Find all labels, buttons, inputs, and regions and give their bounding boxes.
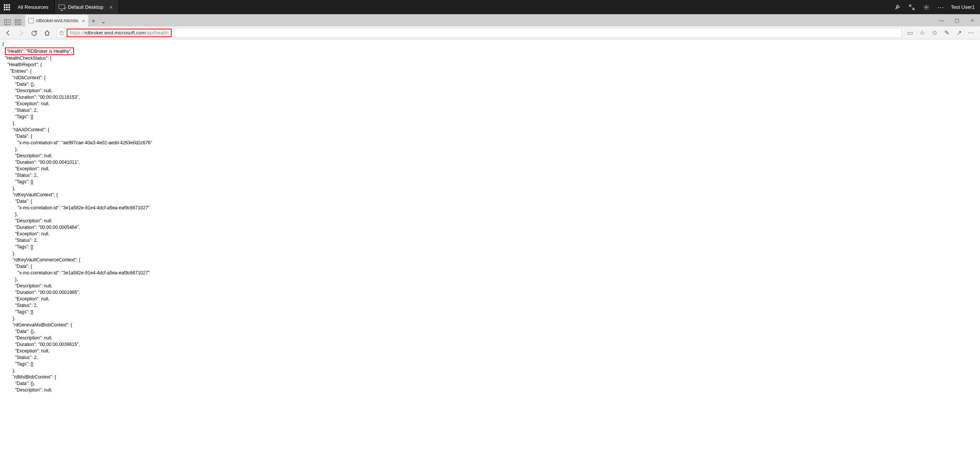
browser-tabstrip: rdbroker.wvd.microsoft. × + ⌄ — ▢ ×: [0, 14, 980, 26]
session-tab[interactable]: ✔ Default Desktop ×: [55, 0, 119, 14]
page-viewport[interactable]: { "Health": "RDBroker is Healthy", "Heal…: [0, 39, 980, 465]
refresh-button[interactable]: [28, 27, 40, 39]
svg-rect-7: [6, 9, 8, 10]
window-controls: — ▢ ×: [934, 14, 980, 26]
window-minimize-button[interactable]: —: [934, 14, 949, 26]
fullscreen-icon[interactable]: [907, 3, 916, 12]
svg-rect-12: [15, 20, 21, 25]
json-after: "HealthCheckStatus": { "HealthReport": {…: [2, 55, 152, 393]
back-button[interactable]: [2, 27, 14, 39]
apps-grid-button[interactable]: [0, 0, 14, 14]
browser-more-button[interactable]: ⋯: [967, 29, 975, 37]
reading-view-button[interactable]: ▭: [906, 29, 914, 37]
lock-icon: [59, 30, 64, 35]
browser-toolbar: https://rdbroker.wvd.microsoft.com/api/h…: [0, 26, 980, 39]
svg-rect-3: [4, 7, 5, 8]
svg-rect-4: [6, 7, 8, 8]
favorites-bar-button[interactable]: ✩: [930, 29, 939, 37]
desktop-ok-icon: ✔: [59, 5, 66, 10]
settings-icon[interactable]: [922, 3, 931, 12]
svg-rect-17: [60, 32, 63, 35]
remote-desktop-titlebar: All Resources ✔ Default Desktop × ⋯ Test…: [0, 0, 980, 14]
favorite-button[interactable]: ☆: [918, 29, 926, 37]
user-label[interactable]: Test User1: [951, 4, 975, 10]
session-tab-label: Default Desktop: [68, 4, 103, 10]
page-favicon-icon: [28, 18, 34, 23]
url-host: rdbroker.wvd.microsoft.com: [85, 30, 146, 36]
json-before: {: [2, 41, 5, 54]
svg-rect-6: [4, 9, 5, 10]
json-response: { "Health": "RDBroker is Healthy", "Heal…: [0, 39, 980, 395]
url-proto: https://: [70, 30, 85, 36]
new-tab-button[interactable]: +: [88, 16, 99, 26]
svg-point-9: [926, 6, 927, 8]
share-button[interactable]: ↗: [955, 29, 963, 37]
json-health-line-highlight: "Health": "RDBroker is Healthy",: [5, 47, 74, 55]
all-resources-label: All Resources: [18, 4, 48, 10]
svg-rect-1: [6, 4, 8, 6]
url-text-highlight: https://rdbroker.wvd.microsoft.com/api/h…: [67, 29, 172, 37]
home-button[interactable]: [41, 27, 53, 39]
notes-button[interactable]: ✎: [942, 29, 951, 37]
svg-rect-2: [8, 4, 10, 6]
svg-rect-0: [4, 4, 5, 6]
pin-icon[interactable]: [893, 3, 902, 12]
close-session-button[interactable]: ×: [110, 4, 113, 10]
window-close-button[interactable]: ×: [965, 14, 980, 26]
tab-actions-button[interactable]: ⌄: [99, 16, 108, 26]
svg-rect-5: [8, 7, 10, 8]
url-path: /api/health: [146, 30, 169, 36]
close-tab-button[interactable]: ×: [82, 18, 85, 24]
forward-button[interactable]: [15, 27, 27, 39]
address-bar[interactable]: https://rdbroker.wvd.microsoft.com/api/h…: [57, 28, 902, 38]
more-icon[interactable]: ⋯: [936, 3, 946, 12]
svg-rect-8: [8, 9, 10, 10]
show-set-aside-button[interactable]: [14, 18, 22, 26]
browser-tab-title: rdbroker.wvd.microsoft.: [36, 18, 78, 23]
browser-tab[interactable]: rdbroker.wvd.microsoft. ×: [25, 15, 88, 26]
all-resources-tab[interactable]: All Resources: [14, 0, 55, 14]
window-maximize-button[interactable]: ▢: [949, 14, 965, 26]
set-aside-tabs-button[interactable]: [3, 18, 11, 26]
